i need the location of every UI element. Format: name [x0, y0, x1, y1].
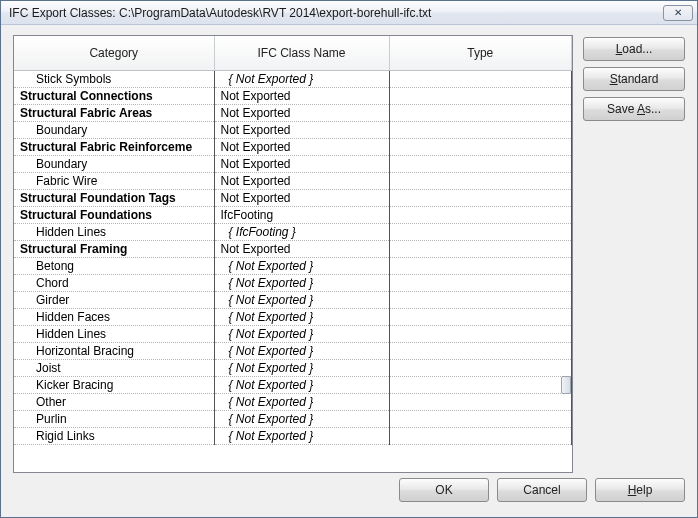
ifc-class-cell[interactable]: IfcFooting — [214, 206, 389, 223]
table-row[interactable]: Joist{ Not Exported } — [14, 359, 572, 376]
type-cell[interactable] — [389, 223, 572, 240]
type-cell[interactable] — [389, 138, 572, 155]
type-cell[interactable] — [389, 291, 572, 308]
type-cell[interactable] — [389, 308, 572, 325]
category-cell[interactable]: Hidden Lines — [14, 223, 214, 240]
ifc-class-cell[interactable]: Not Exported — [214, 104, 389, 121]
category-cell[interactable]: Rigid Links — [14, 427, 214, 444]
table-row[interactable]: Chord{ Not Exported } — [14, 274, 572, 291]
type-cell[interactable] — [389, 342, 572, 359]
type-cell[interactable] — [389, 155, 572, 172]
type-cell[interactable] — [389, 376, 572, 393]
category-cell[interactable]: Structural Framing — [14, 240, 214, 257]
category-cell[interactable]: Boundary — [14, 121, 214, 138]
vertical-scrollbar[interactable] — [561, 71, 571, 471]
save-as-button[interactable]: Save As... — [583, 97, 685, 121]
header-category[interactable]: Category — [14, 36, 214, 70]
ifc-class-cell[interactable]: { Not Exported } — [214, 308, 389, 325]
category-cell[interactable]: Hidden Faces — [14, 308, 214, 325]
type-cell[interactable] — [389, 87, 572, 104]
ifc-class-cell[interactable]: Not Exported — [214, 172, 389, 189]
type-cell[interactable] — [389, 206, 572, 223]
ifc-class-cell[interactable]: { Not Exported } — [214, 342, 389, 359]
ifc-class-cell[interactable]: { Not Exported } — [214, 257, 389, 274]
type-cell[interactable] — [389, 70, 572, 87]
type-cell[interactable] — [389, 393, 572, 410]
table-row[interactable]: Purlin{ Not Exported } — [14, 410, 572, 427]
table-row[interactable]: Structural Foundation TagsNot Exported — [14, 189, 572, 206]
ifc-class-cell[interactable]: { Not Exported } — [214, 274, 389, 291]
table-row[interactable]: Structural ConnectionsNot Exported — [14, 87, 572, 104]
table-row[interactable]: Hidden Faces{ Not Exported } — [14, 308, 572, 325]
category-cell[interactable]: Joist — [14, 359, 214, 376]
ifc-class-cell[interactable]: { Not Exported } — [214, 325, 389, 342]
table-row[interactable]: Betong{ Not Exported } — [14, 257, 572, 274]
category-cell[interactable]: Structural Foundations — [14, 206, 214, 223]
category-cell[interactable]: Stick Symbols — [14, 70, 214, 87]
header-type[interactable]: Type — [389, 36, 572, 70]
table-row[interactable]: Hidden Lines{ Not Exported } — [14, 325, 572, 342]
standard-button[interactable]: Standard — [583, 67, 685, 91]
category-cell[interactable]: Structural Connections — [14, 87, 214, 104]
ifc-class-cell[interactable]: Not Exported — [214, 87, 389, 104]
ifc-class-cell[interactable]: Not Exported — [214, 155, 389, 172]
scroll-thumb[interactable] — [561, 376, 571, 394]
category-cell[interactable]: Boundary — [14, 155, 214, 172]
category-cell[interactable]: Other — [14, 393, 214, 410]
category-cell[interactable]: Hidden Lines — [14, 325, 214, 342]
ok-button[interactable]: OK — [399, 478, 489, 502]
table-row[interactable]: Kicker Bracing{ Not Exported } — [14, 376, 572, 393]
type-cell[interactable] — [389, 410, 572, 427]
table-row[interactable]: Rigid Links{ Not Exported } — [14, 427, 572, 444]
ifc-class-cell[interactable]: { Not Exported } — [214, 359, 389, 376]
type-cell[interactable] — [389, 359, 572, 376]
table-row[interactable]: Horizontal Bracing{ Not Exported } — [14, 342, 572, 359]
table-row[interactable]: Structural FramingNot Exported — [14, 240, 572, 257]
category-cell[interactable]: Betong — [14, 257, 214, 274]
ifc-class-cell[interactable]: { IfcFooting } — [214, 223, 389, 240]
ifc-class-cell[interactable]: Not Exported — [214, 189, 389, 206]
ifc-class-cell[interactable]: Not Exported — [214, 138, 389, 155]
ifc-class-cell[interactable]: Not Exported — [214, 121, 389, 138]
type-cell[interactable] — [389, 172, 572, 189]
category-cell[interactable]: Structural Fabric Areas — [14, 104, 214, 121]
category-cell[interactable]: Purlin — [14, 410, 214, 427]
ifc-class-cell[interactable]: { Not Exported } — [214, 70, 389, 87]
ifc-class-cell[interactable]: { Not Exported } — [214, 427, 389, 444]
scroll-area[interactable]: Category IFC Class Name Type Stick Symbo… — [14, 36, 572, 472]
cancel-button[interactable]: Cancel — [497, 478, 587, 502]
table-row[interactable]: Structural FoundationsIfcFooting — [14, 206, 572, 223]
ifc-class-cell[interactable]: { Not Exported } — [214, 393, 389, 410]
category-cell[interactable]: Kicker Bracing — [14, 376, 214, 393]
help-button[interactable]: Help — [595, 478, 685, 502]
header-ifc-class[interactable]: IFC Class Name — [214, 36, 389, 70]
table-row[interactable]: Girder{ Not Exported } — [14, 291, 572, 308]
type-cell[interactable] — [389, 121, 572, 138]
type-cell[interactable] — [389, 325, 572, 342]
close-button[interactable]: ✕ — [663, 5, 693, 21]
table-row[interactable]: Structural Fabric AreasNot Exported — [14, 104, 572, 121]
type-cell[interactable] — [389, 427, 572, 444]
ifc-class-cell[interactable]: { Not Exported } — [214, 376, 389, 393]
table-row[interactable]: Stick Symbols{ Not Exported } — [14, 70, 572, 87]
load-button[interactable]: Load... — [583, 37, 685, 61]
type-cell[interactable] — [389, 240, 572, 257]
table-row[interactable]: Hidden Lines{ IfcFooting } — [14, 223, 572, 240]
table-row[interactable]: Other{ Not Exported } — [14, 393, 572, 410]
type-cell[interactable] — [389, 257, 572, 274]
category-cell[interactable]: Chord — [14, 274, 214, 291]
category-cell[interactable]: Horizontal Bracing — [14, 342, 214, 359]
ifc-class-cell[interactable]: Not Exported — [214, 240, 389, 257]
ifc-class-cell[interactable]: { Not Exported } — [214, 410, 389, 427]
category-cell[interactable]: Structural Fabric Reinforceme — [14, 138, 214, 155]
category-cell[interactable]: Fabric Wire — [14, 172, 214, 189]
ifc-class-cell[interactable]: { Not Exported } — [214, 291, 389, 308]
category-cell[interactable]: Structural Foundation Tags — [14, 189, 214, 206]
type-cell[interactable] — [389, 189, 572, 206]
table-row[interactable]: BoundaryNot Exported — [14, 121, 572, 138]
table-row[interactable]: Fabric WireNot Exported — [14, 172, 572, 189]
scroll-track[interactable] — [561, 83, 571, 459]
category-cell[interactable]: Girder — [14, 291, 214, 308]
type-cell[interactable] — [389, 274, 572, 291]
table-row[interactable]: Structural Fabric ReinforcemeNot Exporte… — [14, 138, 572, 155]
